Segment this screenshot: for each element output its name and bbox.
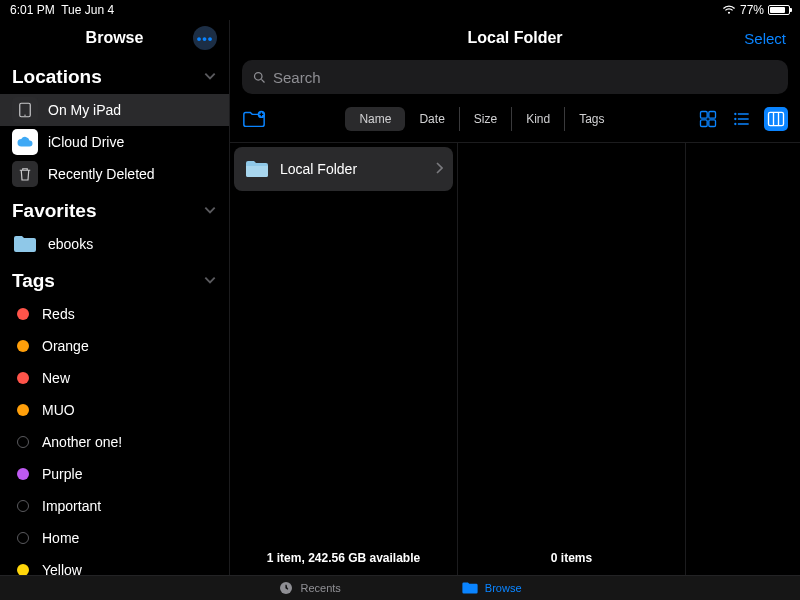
- view-grid-button[interactable]: [696, 107, 720, 131]
- view-columns-button[interactable]: [764, 107, 788, 131]
- column-2: [686, 143, 800, 575]
- search-input[interactable]: Search: [242, 60, 788, 94]
- folder-icon: [12, 234, 38, 254]
- column-1: 0 items: [458, 143, 686, 575]
- folder-row-local-folder[interactable]: Local Folder: [234, 147, 453, 191]
- status-bar: 6:01 PM Tue Jun 4 77%: [0, 0, 800, 20]
- chevron-right-icon: [435, 161, 443, 177]
- sidebar-item-label: Orange: [42, 338, 89, 354]
- sidebar-item-label: Important: [42, 498, 101, 514]
- tag-color-dot: [17, 404, 29, 416]
- sidebar-tag-item[interactable]: Another one!: [0, 426, 229, 458]
- svg-rect-8: [709, 120, 716, 127]
- sidebar-tag-item[interactable]: MUO: [0, 394, 229, 426]
- sidebar-tag-item[interactable]: Important: [0, 490, 229, 522]
- sidebar-item-ebooks[interactable]: ebooks: [0, 228, 229, 260]
- sidebar-tag-item[interactable]: New: [0, 362, 229, 394]
- section-favorites-label: Favorites: [12, 200, 96, 222]
- sidebar-item-label: Another one!: [42, 434, 122, 450]
- status-date: Tue Jun 4: [61, 3, 114, 17]
- more-button[interactable]: •••: [193, 26, 217, 50]
- sidebar: Browse ••• Locations On My iPad iCloud D…: [0, 20, 230, 575]
- sidebar-item-label: New: [42, 370, 70, 386]
- clock-icon: [278, 580, 294, 596]
- tab-label: Browse: [485, 582, 522, 594]
- sidebar-item-label: MUO: [42, 402, 75, 418]
- section-locations-label: Locations: [12, 66, 102, 88]
- search-icon: [252, 70, 267, 85]
- ipad-icon: [12, 97, 38, 123]
- main-header: Local Folder Select: [230, 20, 800, 56]
- sort-option-tags[interactable]: Tags: [565, 107, 618, 131]
- sidebar-item-label: iCloud Drive: [48, 134, 124, 150]
- cloud-icon: [12, 129, 38, 155]
- section-tags-header[interactable]: Tags: [0, 260, 229, 298]
- tab-browse[interactable]: Browse: [461, 581, 522, 595]
- sort-option-name[interactable]: Name: [345, 107, 405, 131]
- section-locations-header[interactable]: Locations: [0, 56, 229, 94]
- sidebar-title: Browse: [86, 29, 144, 47]
- svg-rect-5: [700, 112, 707, 119]
- sort-option-kind[interactable]: Kind: [512, 107, 565, 131]
- trash-icon: [12, 161, 38, 187]
- section-tags-label: Tags: [12, 270, 55, 292]
- sidebar-tag-item[interactable]: Purple: [0, 458, 229, 490]
- folder-icon: [461, 581, 479, 595]
- chevron-down-icon: [203, 66, 217, 88]
- sidebar-item-label: On My iPad: [48, 102, 121, 118]
- battery-percent: 77%: [740, 3, 764, 17]
- tag-hollow-dot: [17, 532, 29, 544]
- wifi-icon: [722, 5, 736, 15]
- battery-icon: [768, 5, 790, 15]
- sidebar-item-icloud-drive[interactable]: iCloud Drive: [0, 126, 229, 158]
- sidebar-tag-item[interactable]: Orange: [0, 330, 229, 362]
- tag-color-dot: [17, 308, 29, 320]
- svg-rect-7: [700, 120, 707, 127]
- select-button[interactable]: Select: [744, 30, 786, 47]
- section-favorites-header[interactable]: Favorites: [0, 190, 229, 228]
- tag-hollow-dot: [17, 436, 29, 448]
- view-list-button[interactable]: [730, 107, 754, 131]
- sidebar-item-label: Reds: [42, 306, 75, 322]
- sidebar-item-label: Recently Deleted: [48, 166, 155, 182]
- tag-color-dot: [17, 372, 29, 384]
- sidebar-item-label: ebooks: [48, 236, 93, 252]
- search-placeholder: Search: [273, 69, 321, 86]
- sidebar-header: Browse •••: [0, 20, 229, 56]
- svg-line-3: [261, 79, 264, 82]
- svg-rect-6: [709, 112, 716, 119]
- svg-point-10: [734, 118, 736, 120]
- folder-icon: [244, 159, 270, 179]
- column-view: Local Folder 1 item, 242.56 GB available…: [230, 142, 800, 575]
- sidebar-item-label: Purple: [42, 466, 82, 482]
- column-footer: 1 item, 242.56 GB available: [230, 543, 457, 575]
- sidebar-item-label: Home: [42, 530, 79, 546]
- sidebar-tag-item[interactable]: Yellow: [0, 554, 229, 575]
- chevron-down-icon: [203, 200, 217, 222]
- sort-segmented-control[interactable]: NameDateSizeKindTags: [345, 107, 618, 131]
- svg-point-9: [734, 113, 736, 115]
- sidebar-item-on-my-ipad[interactable]: On My iPad: [0, 94, 229, 126]
- main-pane: Local Folder Select Search NameDateSizeK…: [230, 20, 800, 575]
- tag-color-dot: [17, 468, 29, 480]
- tag-color-dot: [17, 564, 29, 575]
- sidebar-tag-item[interactable]: Home: [0, 522, 229, 554]
- sort-option-date[interactable]: Date: [405, 107, 459, 131]
- sidebar-item-label: Yellow: [42, 562, 82, 575]
- svg-point-2: [255, 72, 263, 80]
- svg-point-11: [734, 123, 736, 125]
- svg-point-1: [24, 115, 25, 116]
- sort-option-size[interactable]: Size: [460, 107, 512, 131]
- sidebar-item-recently-deleted[interactable]: Recently Deleted: [0, 158, 229, 190]
- svg-rect-12: [768, 112, 783, 125]
- tag-color-dot: [17, 340, 29, 352]
- page-title: Local Folder: [467, 29, 562, 47]
- view-mode-switcher: [696, 107, 788, 131]
- column-0: Local Folder 1 item, 242.56 GB available: [230, 143, 458, 575]
- tab-label: Recents: [300, 582, 340, 594]
- new-folder-button[interactable]: [242, 109, 268, 129]
- toolbar: NameDateSizeKindTags: [242, 102, 788, 136]
- sidebar-tag-item[interactable]: Reds: [0, 298, 229, 330]
- column-footer: 0 items: [458, 543, 685, 575]
- tab-recents[interactable]: Recents: [278, 580, 340, 596]
